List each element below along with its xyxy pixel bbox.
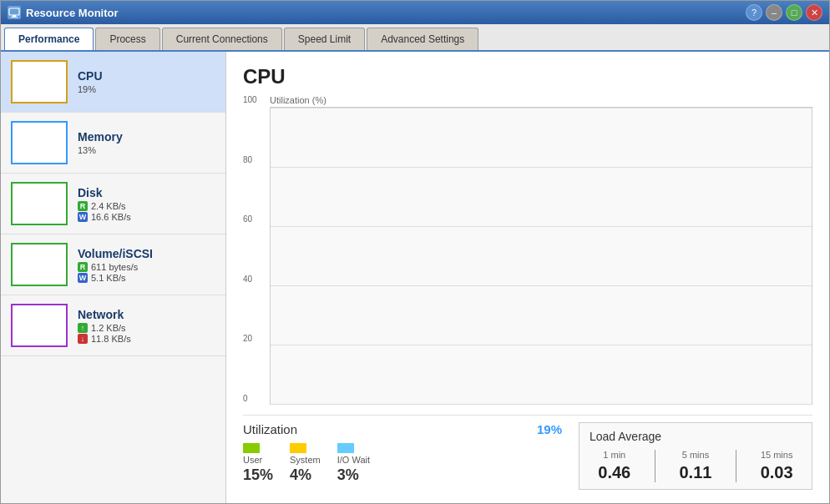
network-down-icon: ↓ xyxy=(78,334,88,344)
minimize-button[interactable]: – xyxy=(766,4,782,21)
y-tick-60: 60 xyxy=(243,214,265,224)
load-5mins-value: 0.11 xyxy=(680,463,712,482)
disk-mini-graph xyxy=(11,182,68,225)
y-tick-40: 40 xyxy=(243,275,265,284)
tab-process[interactable]: Process xyxy=(95,28,159,50)
load-5mins-label: 5 mins xyxy=(680,450,712,460)
iowait-pct: 3% xyxy=(337,466,359,484)
close-button[interactable]: ✕ xyxy=(806,4,822,21)
y-tick-100: 100 xyxy=(243,95,265,104)
volume-label: Volume/iSCSI xyxy=(78,247,215,260)
network-up-value: 1.2 KB/s xyxy=(91,323,126,333)
load-divider-1 xyxy=(655,450,655,482)
network-up-icon: ↑ xyxy=(78,323,88,333)
sidebar-item-memory[interactable]: Memory 13% xyxy=(1,113,225,174)
maximize-button[interactable]: □ xyxy=(786,4,802,21)
system-label: System xyxy=(290,455,321,465)
help-button[interactable]: ? xyxy=(746,4,762,21)
y-tick-20: 20 xyxy=(243,334,265,343)
utilization-panel: Utilization 19% User 15% Syst xyxy=(243,422,562,490)
disk-label: Disk xyxy=(78,186,215,199)
load-average-panel: Load Average 1 min 0.46 5 mins 0.11 xyxy=(579,422,812,490)
legend-user: User 15% xyxy=(243,443,273,484)
disk-write-icon: W xyxy=(78,212,88,222)
sidebar-item-disk[interactable]: Disk R 2.4 KB/s W 16.6 KB/s xyxy=(1,174,225,234)
volume-mini-graph xyxy=(11,243,68,286)
chart-section: 100 80 60 40 20 0 Utilization (%) xyxy=(243,95,812,405)
title-bar-left: Resource Monitor xyxy=(8,6,119,19)
legend-iowait: I/O Wait 3% xyxy=(337,443,370,484)
load-15mins-label: 15 mins xyxy=(761,450,793,460)
tab-speedlimit[interactable]: Speed Limit xyxy=(284,28,365,50)
user-pct: 15% xyxy=(243,466,273,484)
cpu-value: 19% xyxy=(78,84,215,94)
main-window: Resource Monitor ? – □ ✕ Performance Pro… xyxy=(0,0,830,504)
iowait-bar xyxy=(337,443,354,453)
user-bar xyxy=(243,443,260,453)
disk-write-value: 16.6 KB/s xyxy=(91,212,131,222)
title-bar: Resource Monitor ? – □ ✕ xyxy=(1,1,829,24)
load-5mins: 5 mins 0.11 xyxy=(680,450,712,482)
load-title: Load Average xyxy=(590,430,802,443)
load-divider-2 xyxy=(736,450,736,482)
memory-value: 13% xyxy=(78,145,215,155)
util-value: 19% xyxy=(537,422,562,436)
cpu-chart xyxy=(270,107,812,405)
cpu-mini-graph xyxy=(11,60,68,103)
load-15mins: 15 mins 0.03 xyxy=(761,450,793,482)
util-title: Utilization xyxy=(243,422,297,436)
bottom-stats: Utilization 19% User 15% Syst xyxy=(243,415,812,490)
sidebar: CPU 19% Memory 13% Disk xyxy=(1,52,226,503)
svg-rect-1 xyxy=(13,15,16,17)
window-title: Resource Monitor xyxy=(26,7,119,19)
memory-label: Memory xyxy=(78,130,215,144)
tab-performance[interactable]: Performance xyxy=(4,28,94,50)
load-1min-value: 0.46 xyxy=(598,463,630,482)
iowait-label: I/O Wait xyxy=(337,455,370,465)
title-bar-controls: ? – □ ✕ xyxy=(746,4,822,21)
volume-read-icon: R xyxy=(78,262,88,272)
svg-rect-0 xyxy=(9,8,19,15)
cpu-label: CPU xyxy=(78,69,215,83)
sidebar-item-cpu[interactable]: CPU 19% xyxy=(1,52,225,113)
disk-read-value: 2.4 KB/s xyxy=(91,201,126,211)
app-icon xyxy=(8,6,21,19)
volume-write-value: 5.1 KB/s xyxy=(91,273,126,283)
system-pct: 4% xyxy=(290,466,311,484)
util-legend: User 15% System 4% I/O Wait xyxy=(243,443,562,484)
load-15mins-value: 0.03 xyxy=(761,463,793,482)
load-1min-label: 1 min xyxy=(598,450,630,460)
volume-read-value: 611 bytes/s xyxy=(91,262,138,272)
sidebar-item-network[interactable]: Network ↑ 1.2 KB/s ↓ 11.8 KB/s xyxy=(1,295,225,356)
y-tick-80: 80 xyxy=(243,155,265,164)
chart-grid xyxy=(271,108,812,404)
y-tick-0: 0 xyxy=(243,394,265,403)
memory-mini-graph xyxy=(11,121,68,164)
main-title: CPU xyxy=(243,65,812,88)
legend-system: System 4% xyxy=(290,443,321,484)
tab-bar: Performance Process Current Connections … xyxy=(1,24,829,52)
volume-write-icon: W xyxy=(78,273,88,283)
content-area: CPU 19% Memory 13% Disk xyxy=(1,52,829,503)
network-down-value: 11.8 KB/s xyxy=(91,334,131,344)
network-mini-graph xyxy=(11,304,68,347)
y-axis: 100 80 60 40 20 0 xyxy=(243,95,270,405)
y-axis-label: Utilization (%) xyxy=(270,95,812,105)
volume-stats: R 611 bytes/s W 5.1 KB/s xyxy=(78,262,215,283)
load-1min: 1 min 0.46 xyxy=(598,450,630,482)
network-label: Network xyxy=(78,308,215,321)
system-bar xyxy=(290,443,306,453)
svg-rect-2 xyxy=(11,17,18,18)
main-panel: CPU 100 80 60 40 20 0 Utilization (%) xyxy=(226,52,829,503)
util-header: Utilization 19% xyxy=(243,422,562,436)
tab-advanced[interactable]: Advanced Settings xyxy=(367,28,478,50)
user-label: User xyxy=(243,455,262,465)
disk-read-icon: R xyxy=(78,201,88,211)
disk-stats: R 2.4 KB/s W 16.6 KB/s xyxy=(78,201,215,222)
network-stats: ↑ 1.2 KB/s ↓ 11.8 KB/s xyxy=(78,323,215,344)
tab-connections[interactable]: Current Connections xyxy=(162,28,282,50)
sidebar-item-volume[interactable]: Volume/iSCSI R 611 bytes/s W 5.1 KB/s xyxy=(1,234,225,295)
load-values: 1 min 0.46 5 mins 0.11 15 mins 0.03 xyxy=(590,450,802,482)
